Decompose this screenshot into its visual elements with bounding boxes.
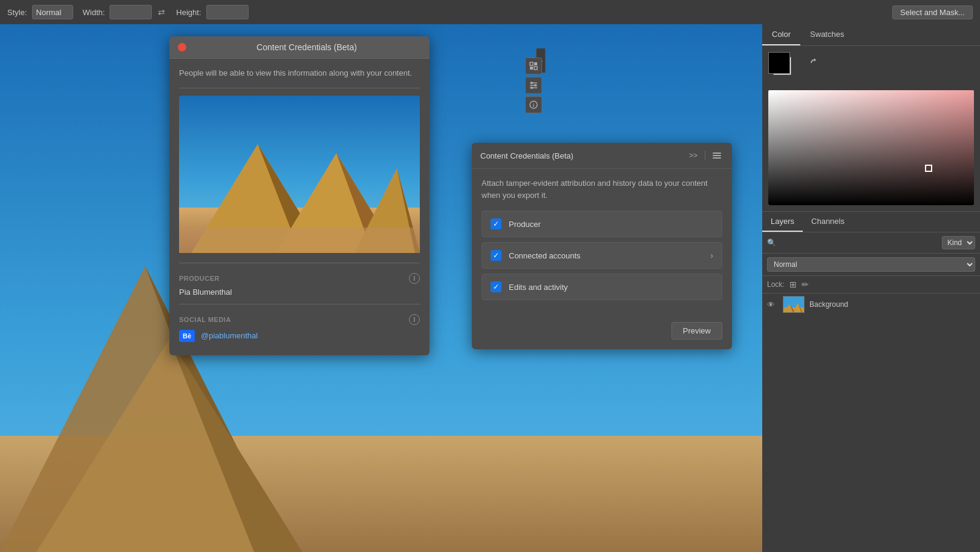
style-label: Style: [7,8,27,17]
layers-section: Layers Channels 🔍 Kind Normal Lock: ⊞ ✏ … [762,212,980,552]
layers-lock-row: Lock: ⊞ ✏ [762,276,980,294]
foreground-swatch[interactable] [768,52,790,74]
behance-logo: Bē [179,330,195,342]
main-toolbar: Style: Normal Width: ⇄ Height: Select an… [0,0,980,24]
cc-menu-line-1 [713,153,721,154]
swap-button[interactable]: ⇄ [157,6,166,18]
cc-divider-3 [179,304,420,304]
cc-right-header: Content Credentials (Beta) >> [472,143,732,169]
tab-channels[interactable]: Channels [803,212,853,232]
svg-rect-6 [530,62,533,65]
cc-social-handle[interactable]: @piablumenthal [201,331,258,340]
cc-producer-checkmark: ✓ [493,220,499,228]
tab-swatches[interactable]: Swatches [800,24,854,45]
cc-preview-row: Preview [472,314,732,349]
layers-kind-select[interactable]: Kind [942,236,975,249]
cc-left-header: Content Credentials (Beta) [169,36,430,59]
cc-connected-left: ✓ Connected accounts [491,250,581,261]
layer-thumb-svg [783,297,805,313]
svg-rect-9 [534,67,537,70]
cc-social-row: Bē @piablumenthal [179,330,420,342]
cc-right-body: Attach tamper-evident attribution and hi… [472,169,732,314]
width-input[interactable] [109,5,152,19]
svg-text:i: i [533,102,535,108]
cc-menu-line-3 [713,157,721,159]
cc-right-panel: Content Credentials (Beta) >> Attach tam… [472,143,732,349]
svg-rect-7 [534,62,537,65]
cc-edits-checkbox[interactable]: ✓ [491,281,501,292]
color-gradient-picker[interactable] [768,90,974,205]
gradient-cursor [925,165,932,172]
cc-producer-info-icon[interactable]: i [409,273,420,284]
cc-social-info-icon[interactable]: i [409,314,420,325]
cc-attach-description: Attach tamper-evident attribution and hi… [482,177,722,201]
layers-channels-tabs: Layers Channels [762,212,980,232]
cc-connected-label: Connected accounts [509,251,581,260]
layer-thumbnail [783,296,805,313]
cc-producer-checkbox[interactable]: ✓ [491,218,501,229]
select-mask-button[interactable]: Select and Mask... [892,5,973,19]
cc-menu-line-2 [713,155,721,156]
properties-icon[interactable] [525,58,542,74]
height-label: Height: [176,8,201,17]
cc-producer-value: Pia Blumenthal [179,288,420,297]
cc-producer-label: PRODUCER [179,275,220,282]
cc-right-title: Content Credentials (Beta) [480,151,682,160]
right-sidebar: Color Swatches Layers [762,24,980,552]
style-select[interactable]: Normal [32,5,73,19]
cc-producer-row: ✓ Producer [482,211,722,237]
cc-social-section: SOCIAL MEDIA i [179,314,420,325]
cc-image-container [179,96,420,255]
icon-strip: i [524,58,543,113]
cc-left-description: People will be able to view this informa… [179,67,420,79]
cc-connected-checkbox[interactable]: ✓ [491,250,501,261]
cc-producer-checkbox-label: Producer [509,220,541,229]
layers-blend-row: Normal [762,254,980,276]
cc-preview-button[interactable]: Preview [671,322,722,340]
cc-edits-checkmark: ✓ [493,283,499,291]
cc-producer-section: PRODUCER i [179,273,420,284]
cc-divider-1 [179,88,420,88]
cc-left-panel: Content Credentials (Beta) People will b… [169,36,430,355]
layers-search-row: 🔍 Kind [762,232,980,254]
cc-left-close-button[interactable] [178,43,186,51]
cc-connected-checkmark: ✓ [493,252,499,259]
cc-edits-label: Edits and activity [509,283,568,292]
reset-swatches-icon[interactable] [809,58,819,68]
cc-edits-row: ✓ Edits and activity [482,274,722,300]
cc-menu-button[interactable] [710,150,724,161]
cc-header-separator [705,151,705,160]
layers-blend-select[interactable]: Normal [767,257,975,272]
layers-search-icon: 🔍 [767,238,776,247]
layer-item-background: 👁 Background [762,294,980,315]
svg-rect-8 [530,67,533,70]
cc-expand-button[interactable]: >> [687,150,700,161]
color-picker-area [762,46,980,212]
layers-search-input[interactable] [780,238,938,248]
svg-rect-26 [179,228,420,253]
layers-lock-paint-icon[interactable]: ✏ [802,280,809,289]
cc-left-body: People will be able to view this informa… [169,59,430,355]
cc-divider-2 [179,263,420,263]
color-swatches-tabs: Color Swatches [762,24,980,46]
swatch-container [768,52,805,85]
cc-connected-chevron[interactable]: › [710,251,713,260]
info-icon[interactable]: i [525,96,542,113]
canvas-area: ‹› i Content Credentials (Beta) People w… [0,24,762,552]
cc-social-label: SOCIAL MEDIA [179,316,231,323]
cc-pyramid-image [179,96,420,253]
cc-connected-row: ✓ Connected accounts › [482,242,722,269]
cc-left-title: Content Credentials (Beta) [192,42,421,52]
height-input[interactable] [206,5,249,19]
tab-color[interactable]: Color [762,24,800,45]
layers-lock-squares-icon[interactable]: ⊞ [789,280,797,289]
layers-lock-label: Lock: [767,280,785,289]
layer-name[interactable]: Background [809,300,975,309]
layer-visibility-icon[interactable]: 👁 [767,300,778,309]
tab-layers[interactable]: Layers [762,212,803,232]
width-label: Width: [83,8,105,17]
adjustments-icon[interactable] [525,77,542,94]
